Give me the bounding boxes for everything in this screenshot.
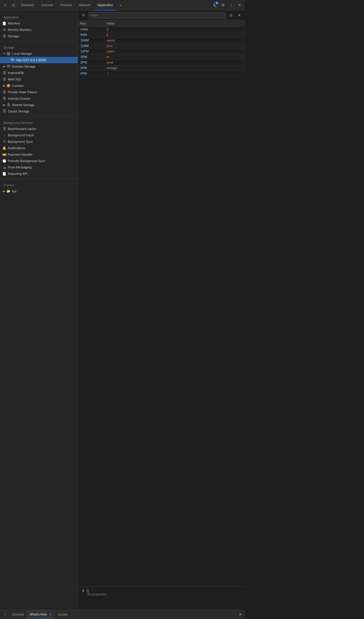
sidebar-item-interest-groups[interactable]: 🗄 Interest Groups	[0, 95, 78, 102]
localhost-icon	[10, 58, 15, 62]
cookies-icon: 🍪	[6, 84, 10, 88]
tab-network[interactable]: Network	[75, 0, 94, 10]
sidebar-item-background-fetch[interactable]: ↕ Background Fetch	[0, 132, 78, 138]
shared-storage-icon: 🗄	[6, 103, 10, 107]
svg-rect-6	[7, 66, 10, 67]
reporting-api-icon: 📄	[2, 172, 6, 176]
table-body: notes {} 9AM it 10AM saves 11AM your 12P…	[78, 27, 245, 76]
session-storage-chevron[interactable]: ▶	[2, 65, 6, 68]
sidebar: Application 📄 Manifest ⚙ Service Workers…	[0, 10, 78, 610]
sidebar-divider-1	[0, 41, 78, 41]
background-section-header: Background Services	[0, 118, 78, 126]
storage-section-header: Storage	[0, 43, 78, 50]
device-icon[interactable]: ⊡	[9, 1, 17, 9]
whats-new-close-btn[interactable]: ✕	[48, 612, 52, 616]
td-key: 3PM	[78, 65, 104, 71]
bottom-dots-icon[interactable]: ⋮	[1, 611, 9, 619]
sidebar-item-periodic-background-sync[interactable]: 🕐 Periodic Background Sync	[0, 158, 78, 164]
td-key: 1PM	[78, 54, 104, 59]
sidebar-divider-3	[0, 179, 78, 179]
bottom-close-icon[interactable]: ✕	[237, 611, 243, 618]
bottom-tab-issues[interactable]: Issues	[55, 610, 70, 619]
table-row[interactable]: 10AM saves	[78, 38, 245, 43]
notifications-icon: 🔔	[2, 146, 6, 150]
sidebar-item-service-workers[interactable]: ⚙ Service Workers	[0, 27, 78, 33]
table-row[interactable]: 3PM storage	[78, 65, 245, 71]
sidebar-item-reporting-api[interactable]: 📄 Reporting API	[0, 170, 78, 177]
more-tabs-icon[interactable]: »	[117, 1, 125, 9]
private-state-tokens-icon: 🗄	[2, 90, 6, 94]
cursor-icon[interactable]: ⊹	[1, 1, 9, 9]
preview-triangle[interactable]: ▼	[82, 589, 85, 592]
table-header: Key Value	[78, 20, 245, 27]
close-devtools-icon[interactable]: ✕	[235, 1, 243, 9]
cookies-chevron[interactable]: ▶	[2, 84, 6, 87]
td-value: to	[104, 54, 245, 59]
table-row[interactable]: 12PM notes	[78, 49, 245, 54]
top-frame-chevron[interactable]: ▶	[2, 189, 6, 193]
td-key: 4PM	[78, 71, 104, 76]
sidebar-item-backforward-cache[interactable]: 🗄 Back/forward cache	[0, 126, 78, 132]
td-key: 10AM	[78, 38, 104, 43]
tab-sources[interactable]: Sources	[56, 0, 75, 10]
tab-application[interactable]: Application	[94, 0, 117, 10]
refresh-icon[interactable]: ↻	[80, 12, 87, 19]
bottom-tab-console[interactable]: Console	[9, 610, 27, 619]
sidebar-item-indexeddb[interactable]: 🗄 IndexedDB	[0, 70, 78, 76]
filter-clear-icon[interactable]: ⊘	[228, 12, 234, 19]
sidebar-item-private-state-tokens[interactable]: 🗄 Private State Tokens	[0, 89, 78, 95]
main-layout: Application 📄 Manifest ⚙ Service Workers…	[0, 10, 245, 610]
sidebar-item-notifications[interactable]: 🔔 Notifications	[0, 145, 78, 151]
settings-icon[interactable]: ⚙	[219, 1, 227, 9]
table-row[interactable]: 9AM it	[78, 32, 245, 38]
sidebar-divider-2	[0, 116, 78, 117]
bottom-tab-whats-new[interactable]: What's New ✕	[27, 610, 55, 619]
local-storage-chevron[interactable]: ▼	[2, 52, 6, 55]
application-section-header: Application	[0, 13, 78, 20]
frames-section-header: Frames	[0, 181, 78, 188]
top-toolbar: ⊹ ⊡ Elements Console Sources Network App…	[0, 0, 245, 10]
cache-storage-icon: 🗄	[2, 109, 6, 113]
sidebar-item-local-storage[interactable]: ▼ Local Storage	[0, 50, 78, 57]
payment-handler-icon: 💳	[2, 152, 6, 156]
service-workers-icon: ⚙	[2, 28, 6, 32]
svg-rect-1	[7, 53, 10, 54]
background-fetch-icon: ↕	[2, 133, 6, 137]
shared-storage-chevron[interactable]: ▶	[2, 103, 6, 107]
table-row[interactable]: notes {}	[78, 27, 245, 32]
td-value: it	[104, 32, 245, 37]
storage-icon: 🗄	[2, 34, 6, 38]
sidebar-item-shared-storage[interactable]: ▶ 🗄 Shared Storage	[0, 102, 78, 108]
indexeddb-icon: 🗄	[2, 71, 6, 75]
table-row[interactable]: 2PM local	[78, 60, 245, 65]
td-value: saves	[104, 38, 245, 43]
sidebar-item-session-storage[interactable]: ▶ Session Storage	[0, 63, 78, 70]
sidebar-item-payment-handler[interactable]: 💳 Payment Handler	[0, 151, 78, 158]
web-sql-icon: 🗄	[2, 77, 6, 81]
sidebar-item-push-messaging[interactable]: ☁ Push Messaging	[0, 164, 78, 170]
td-value: notes	[104, 49, 245, 54]
preview-label: {}	[87, 589, 89, 592]
filter-bar: ↻ ⊘ ✕	[78, 10, 245, 20]
sidebar-item-web-sql[interactable]: 🗄 Web SQL	[0, 76, 78, 82]
td-key: 9AM	[78, 32, 104, 37]
td-key: 2PM	[78, 60, 104, 65]
table-row[interactable]: 1PM to	[78, 54, 245, 60]
table-row[interactable]: 11AM your	[78, 43, 245, 49]
filter-input[interactable]	[89, 12, 226, 19]
sidebar-item-localhost[interactable]: http://127.0.0.1:5500/	[0, 57, 78, 63]
sidebar-item-storage[interactable]: 🗄 Storage	[0, 33, 78, 39]
tab-elements[interactable]: Elements	[17, 0, 38, 10]
filter-close-icon[interactable]: ✕	[236, 12, 242, 19]
session-storage-icon	[6, 64, 10, 68]
sidebar-item-manifest[interactable]: 📄 Manifest	[0, 20, 78, 27]
sidebar-item-background-sync[interactable]: ↻ Background Sync	[0, 138, 78, 145]
sidebar-item-cache-storage[interactable]: 🗄 Cache Storage	[0, 108, 78, 115]
overflow-icon[interactable]: ⋮	[227, 1, 235, 9]
interest-groups-icon: 🗄	[2, 96, 6, 101]
tab-console[interactable]: Console	[38, 0, 56, 10]
sidebar-item-top-frame[interactable]: ▶ 📁 top	[0, 188, 78, 194]
sidebar-item-cookies[interactable]: ▶ 🍪 Cookies	[0, 82, 78, 89]
table-row[interactable]: 4PM :)	[78, 71, 245, 76]
svg-rect-0	[7, 52, 10, 53]
